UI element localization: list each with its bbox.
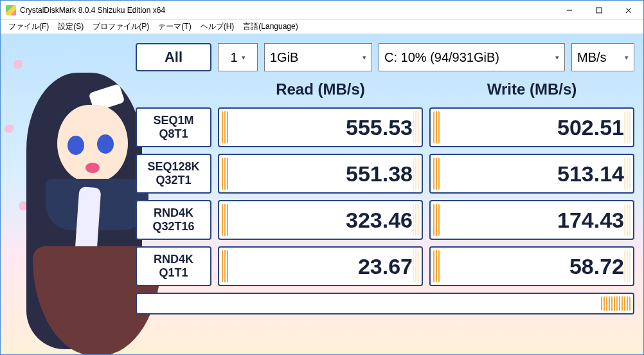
menu-language[interactable]: 言語(Language) (239, 20, 301, 33)
menubar: ファイル(F) 設定(S) プロファイル(P) テーマ(T) ヘルプ(H) 言語… (1, 20, 643, 34)
menu-file[interactable]: ファイル(F) (4, 20, 53, 33)
benchmark-panel: All 1 ▾ 1GiB ▾ C: 10% (94/931GiB) ▾ MB/s… (136, 43, 634, 345)
menu-settings[interactable]: 設定(S) (54, 20, 87, 33)
minimize-button[interactable] (555, 1, 584, 19)
test-label-line2: Q32T1 (156, 174, 191, 187)
window-buttons (555, 1, 643, 19)
test-button-seq128k-q32t1[interactable]: SEQ128K Q32T1 (136, 154, 211, 194)
test-label-line1: SEQ128K (147, 160, 199, 174)
test-count-select[interactable]: 1 ▾ (218, 43, 258, 71)
read-value-0: 555.53 (218, 107, 423, 147)
write-text: 58.72 (569, 254, 624, 279)
read-text: 323.46 (346, 208, 413, 233)
test-button-seq1m-q8t1[interactable]: SEQ1M Q8T1 (136, 107, 211, 147)
unit-select[interactable]: MB/s ▾ (571, 43, 634, 71)
test-row-2: RND4K Q32T16 323.46 174.43 (136, 200, 634, 240)
write-value-2: 174.43 (429, 200, 634, 240)
test-size-select[interactable]: 1GiB ▾ (264, 43, 372, 71)
test-row-3: RND4K Q1T1 23.67 58.72 (136, 246, 634, 286)
menu-help[interactable]: ヘルプ(H) (197, 20, 238, 33)
chevron-down-icon: ▾ (242, 53, 246, 62)
test-label-line1: SEQ1M (153, 114, 193, 127)
chevron-down-icon: ▾ (555, 53, 559, 62)
write-value-3: 58.72 (429, 246, 634, 286)
read-value-2: 323.46 (218, 200, 423, 240)
test-label-line2: Q32T16 (152, 220, 194, 233)
test-row-1: SEQ128K Q32T1 551.38 513.14 (136, 154, 634, 194)
test-label-line1: RND4K (154, 253, 193, 266)
chevron-down-icon: ▾ (625, 53, 629, 62)
write-text: 513.14 (557, 161, 624, 187)
write-value-1: 513.14 (429, 154, 634, 194)
read-header: Read (MB/s) (218, 80, 423, 98)
read-value-1: 551.38 (218, 154, 423, 194)
window-title: CrystalDiskMark 8.0.4 Shizuku Edition x6… (20, 6, 555, 15)
client-area: All 1 ▾ 1GiB ▾ C: 10% (94/931GiB) ▾ MB/s… (1, 34, 643, 354)
unit-value: MB/s (577, 50, 607, 65)
maximize-button[interactable] (584, 1, 614, 19)
header-row: Read (MB/s) Write (MB/s) (136, 78, 634, 101)
read-value-3: 23.67 (218, 246, 423, 286)
app-icon (6, 5, 16, 15)
menu-theme[interactable]: テーマ(T) (154, 20, 195, 33)
read-text: 23.67 (358, 254, 413, 279)
test-label-line2: Q1T1 (159, 266, 188, 280)
write-text: 174.43 (557, 208, 624, 233)
close-button[interactable] (614, 1, 643, 19)
test-label-line1: RND4K (154, 206, 193, 220)
status-bar (136, 293, 634, 314)
read-text: 555.53 (346, 115, 413, 140)
controls-row: All 1 ▾ 1GiB ▾ C: 10% (94/931GiB) ▾ MB/s… (136, 43, 634, 71)
chevron-down-icon: ▾ (362, 53, 366, 62)
drive-select[interactable]: C: 10% (94/931GiB) ▾ (379, 43, 565, 71)
titlebar: CrystalDiskMark 8.0.4 Shizuku Edition x6… (1, 1, 643, 20)
test-label-line2: Q8T1 (159, 127, 188, 141)
write-header: Write (MB/s) (429, 80, 634, 98)
menu-profile[interactable]: プロファイル(P) (89, 20, 153, 33)
svg-rect-1 (596, 8, 602, 13)
run-all-button[interactable]: All (136, 43, 211, 71)
write-text: 502.51 (557, 115, 624, 140)
test-size-value: 1GiB (270, 50, 298, 65)
background-art (1, 34, 136, 354)
test-button-rnd4k-q1t1[interactable]: RND4K Q1T1 (136, 246, 211, 286)
drive-value: C: 10% (94/931GiB) (384, 50, 499, 65)
test-button-rnd4k-q32t16[interactable]: RND4K Q32T16 (136, 200, 211, 240)
test-row-0: SEQ1M Q8T1 555.53 502.51 (136, 107, 634, 147)
read-text: 551.38 (346, 161, 413, 187)
test-count-value: 1 (230, 50, 237, 65)
write-value-0: 502.51 (429, 107, 634, 147)
